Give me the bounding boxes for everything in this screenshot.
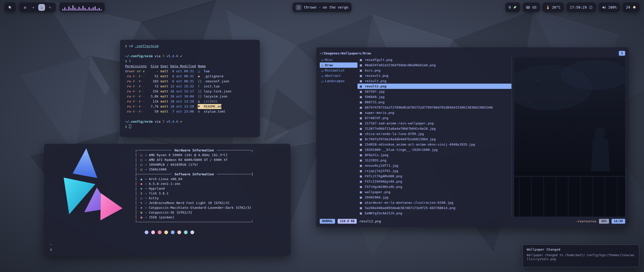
file-row[interactable]: ▦8FKa7Cu.jpeg [357,152,511,158]
module-volume[interactable]: 100% [599,3,620,12]
file-name: 154928-odinokoe_anime-art-anime-okno-sin… [365,143,475,146]
workspace-button-2[interactable]: ✦ [30,4,37,11]
file-row[interactable]: ▦87r687df.png [357,115,511,121]
file-owner: matt [160,104,168,109]
listing-row: .rw-r--r--72matt12 oct 15:32☾init.lua [125,84,255,89]
topbar-right: 0US26°C17:50:29100%24 [505,3,639,12]
file-row[interactable]: ▦wallpaper.png [357,189,511,195]
module-updates[interactable]: 0 [505,3,520,12]
file-size: 11k [149,99,158,104]
file-manager-window: ~/Imagenes/Wallpapers/Draw 1 ❏Misc❏Draw❏… [316,47,629,227]
file-name: 587597.jpg [365,90,384,93]
info-line: │✎→JetBrainsMono Nerd Font Light 10 [GTK… [135,200,253,205]
file-row[interactable]: ▦FXfcJlTXgAMvH6R.png [357,174,511,179]
file-row[interactable]: ▦596848.jpg [357,94,511,99]
file-row[interactable]: ▦result2.png [357,84,511,89]
module-label: 0 [509,5,511,9]
file-name: rsjqojlmjhf91.jpg [365,169,398,173]
permissions: .rw-r--r-- [125,109,147,114]
file-row[interactable]: ▦super-mario.png [357,110,511,115]
file-row[interactable]: ▦217167-sad-anime-rain-wallpaper.png [357,121,511,126]
file-name: 3122955.png [365,158,386,162]
notification-popup[interactable]: Wallpaper Changed Wallpaper changed to /… [522,245,639,267]
visualizer-bar [64,7,65,11]
info-line: │◆→6.5.8-zen1-1-zen [135,181,253,186]
file-row[interactable]: ▦5a266e448add93deab367d87173e9f25-683788… [357,205,511,211]
info-line: │▢→AMD Ryzen 9 5900X (24) @ 4.9GHz [61.3… [135,153,253,157]
workspace-button-3[interactable]: ❏ [38,4,45,11]
sidebar-folder-abstract[interactable]: ❏Abstract [320,73,357,78]
file-row[interactable]: ▦FXfcHgcWIAMzs0G.png [357,184,511,189]
file-row[interactable]: ▦FXfcII0X0AQyn9X.png [357,179,511,184]
workspace-button-4[interactable]: ✎ [47,4,53,11]
image-file-icon: ▦ [359,211,363,215]
file-row[interactable]: ▦atardecer-en-la-montanas-ilustracion-63… [357,200,511,205]
sidebar-folder-minimalist[interactable]: ❏Minimalist [320,68,357,73]
file-name: FXfcII0X0AQyn9X.png [365,180,402,183]
file-row[interactable]: ▦nnvuv0xj2df71.jpg [357,163,511,168]
moon-icon: ☽ [163,120,165,123]
image-file-icon: ▦ [359,143,363,146]
file-name: 0c794faf07de24a4db4d4fb1eb813964.jpg [365,137,436,141]
visualizer-bar [66,9,67,11]
image-file-icon: ▦ [359,63,363,67]
file-owner: matt [160,89,168,94]
file-permissions: -rwxrwxrwx [576,219,596,223]
sidebar-folder-draw[interactable]: ❏Draw [320,62,357,68]
check-icon: ✔ [180,54,182,58]
info-text: kitty [149,196,159,200]
file-date: 18 oct 13:29 [170,104,196,109]
workspace-button-1[interactable]: ❂ [22,4,28,11]
file-row[interactable]: ▦20492984.jpg [357,195,511,200]
folder-icon: ❏ [321,79,323,83]
file-name: stylua.toml [204,109,225,114]
file-row[interactable]: ▦08a634fa02a32364f69ebc86a98eb1eb.png [357,62,511,68]
info-text: 6.5.8-zen1-1-zen [149,181,180,186]
palette-dot [158,230,162,234]
image-file-icon: ▦ [359,111,363,115]
status-bar: NORMAL 218.8 KB result2.png -rwxrwxrwx 3… [320,218,625,224]
file-row[interactable]: ▦re1sult.png [357,78,511,84]
info-text: Catppuccin-SE [GTK2/3] [149,210,192,215]
file-row[interactable]: ▦587597.jpg [357,89,511,94]
folder-label: Draw [325,63,333,67]
module-notifications[interactable]: 24 [623,3,639,12]
media-player-module[interactable]: ♪ thrown - on the verge [292,3,351,12]
launcher-button[interactable] [5,3,16,12]
palette-dot [177,230,181,234]
file-row[interactable]: ▦rsjqojlmjhf91.jpg [357,168,511,174]
file-row[interactable]: ▦68747470733a2f2f696d616765732d7769786d7… [357,105,511,110]
module-label: US [532,5,537,9]
box-edge: │ [135,153,137,157]
file-row[interactable]: ▦ressdfgult.png [357,57,511,62]
topbar-left: ❂✦❏✎ [5,3,105,12]
file-row[interactable]: ▦154928-odinokoe_anime-art-anime-okno-si… [357,142,511,147]
file-row[interactable]: ▦866715.png [357,99,511,105]
check-icon: ✔ [180,120,182,123]
file-row[interactable]: ▦resssult.png [357,73,511,78]
file-row[interactable]: ▦EeNKYgIUcAAJ5JX.png [357,211,511,216]
file-row[interactable]: ▦kurz.png [357,68,511,73]
arrow-icon: → [145,200,147,205]
file-row[interactable]: ▦19201080-__blue-tinge__-1920×1080.jpg [357,147,511,152]
box-corner: └ [135,220,137,224]
file-date: 26 oct 15:17 [170,89,196,94]
file-row[interactable]: ▦0c794faf07de24a4db4d4fb1eb813964.jpg [357,137,511,142]
file-row[interactable]: ▦3126f7e9bbf21a8a4af0b67b041c6e26.jpg [357,126,511,131]
file-name: FXfcHgcWIAMzs0G.png [365,185,402,189]
shell-icon: ❯ [139,191,143,196]
listing-row: .rw-r--r--59matt 7 oct 23:06⚙stylua.toml [125,109,255,114]
file-row[interactable]: ▦chica-mirando-la-luna-8799.jpg [357,131,511,137]
audio-visualizer[interactable] [59,3,105,12]
folder-label: Misc [325,58,333,62]
module-clock[interactable]: 17:50:29 [567,3,596,12]
sidebar-folder-misc[interactable]: ❏Misc [320,57,357,62]
file-row[interactable]: ▦3122955.png [357,158,511,163]
module-temperature[interactable]: 26°C [543,3,564,12]
module-keyboard-layout[interactable]: US [523,3,540,12]
sidebar-folder-landscapes[interactable]: ❏Landscapes [320,78,357,84]
column-header: Permissions [125,64,147,69]
box-corner: ┐ [251,148,253,153]
visualizer-bar [85,8,86,11]
file-date: 6 oct 00:31 [170,74,196,79]
